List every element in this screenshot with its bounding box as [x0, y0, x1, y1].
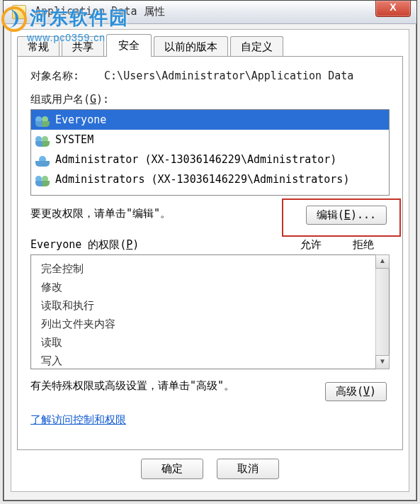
list-item[interactable]: SYSTEM	[31, 130, 389, 150]
deny-column-header: 拒绝	[337, 238, 390, 252]
permission-row: 读取	[41, 333, 366, 352]
list-item-label: Administrators (XX-13036146229\Administr…	[55, 173, 349, 186]
learn-access-control-link[interactable]: 了解访问控制和权限	[30, 413, 126, 427]
scroll-up-button[interactable]: ▲	[375, 254, 390, 269]
properties-dialog: Application Data 属性 X 常规 共享 安全 以前的版本 自定义…	[3, 0, 417, 501]
scrollbar[interactable]: ▲ ▼	[375, 255, 389, 369]
permission-row: 完全控制	[41, 259, 366, 278]
permissions-listbox[interactable]: 完全控制 修改 读取和执行 列出文件夹内容 读取 写入 ▲ ▼	[30, 254, 390, 369]
list-item-label: Everyone	[55, 113, 106, 126]
security-tab-content: 对象名称: C:\Users\Administrator\Application…	[17, 56, 403, 450]
ok-button[interactable]: 确定	[141, 459, 203, 479]
edit-hint: 要更改权限，请单击"编辑"。	[30, 207, 171, 220]
edit-button[interactable]: 编辑(E)...	[306, 206, 387, 225]
scroll-down-button[interactable]: ▼	[375, 355, 390, 369]
permission-row: 读取和执行	[41, 296, 366, 315]
permission-row: 写入	[41, 352, 366, 370]
advanced-hint: 有关特殊权限或高级设置，请单击"高级"。	[30, 379, 234, 392]
permission-row: 修改	[41, 278, 366, 296]
advanced-button[interactable]: 高级(V)	[325, 382, 387, 401]
list-item[interactable]: Everyone	[31, 110, 389, 130]
list-item-label: SYSTEM	[55, 133, 93, 146]
object-name-label: 对象名称:	[30, 69, 79, 83]
permissions-header: Everyone 的权限(P) 允许 拒绝	[30, 238, 390, 252]
object-name-row: 对象名称: C:\Users\Administrator\Application…	[30, 69, 390, 83]
list-item-label: Administrator (XX-13036146229\Administra…	[55, 153, 336, 166]
tab-customize[interactable]: 自定义	[230, 36, 283, 57]
group-icon	[35, 114, 50, 125]
allow-column-header: 允许	[285, 238, 337, 252]
list-item[interactable]: Administrator (XX-13036146229\Administra…	[31, 150, 389, 169]
list-item[interactable]: Administrators (XX-13036146229\Administr…	[31, 169, 389, 189]
user-icon	[35, 154, 50, 165]
cancel-button[interactable]: 取消	[217, 459, 279, 479]
permission-row: 列出文件夹内容	[41, 315, 366, 333]
group-icon	[35, 174, 50, 185]
watermark-overlay: 河东软件园 www.pc0359.cn	[1, 6, 129, 43]
close-button[interactable]: X	[375, 1, 411, 17]
groups-label: 组或用户名(G):	[30, 93, 109, 106]
group-icon	[35, 134, 50, 145]
dialog-body: 常规 共享 安全 以前的版本 自定义 对象名称: C:\Users\Admini…	[11, 29, 409, 492]
groups-listbox[interactable]: Everyone SYSTEM Administrator (XX-130361…	[30, 109, 390, 196]
tab-previous-versions[interactable]: 以前的版本	[154, 36, 228, 57]
object-name-value: C:\Users\Administrator\Application Data	[104, 69, 353, 82]
dialog-footer: 确定 取消	[11, 459, 409, 487]
watermark-logo-icon	[1, 6, 27, 32]
